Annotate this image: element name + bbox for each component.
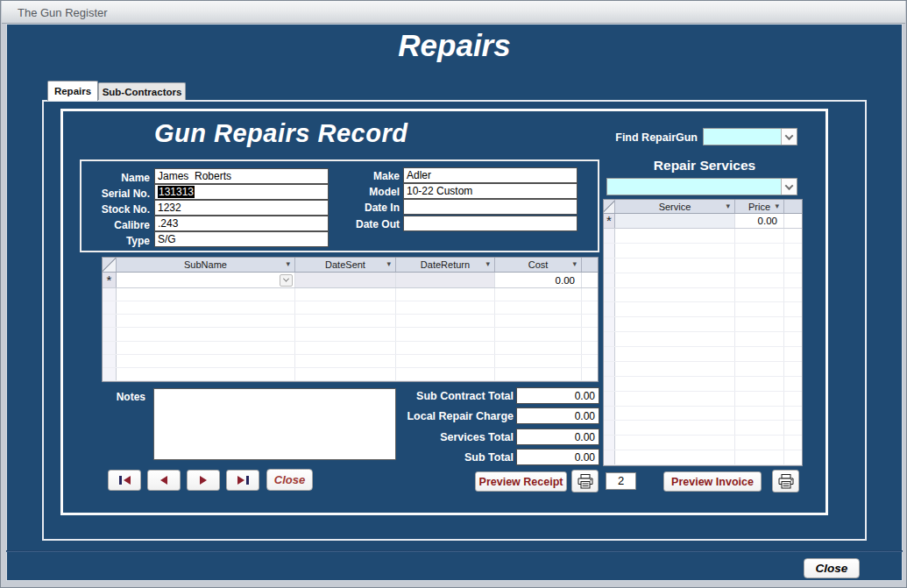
dropdown-button[interactable] <box>781 129 797 145</box>
grid-empty-cell <box>615 377 735 391</box>
grid-empty-cell <box>735 392 784 406</box>
dropdown-button[interactable] <box>781 179 797 195</box>
grid-empty-cell <box>117 342 295 354</box>
new-record-row: * 0.00 <box>604 214 802 229</box>
datereturn-cell[interactable] <box>396 273 495 287</box>
grid-empty-cell <box>604 421 615 435</box>
preview-invoice-button[interactable]: Preview Invoice <box>663 471 762 492</box>
record-close-button[interactable]: Close <box>266 469 313 491</box>
services-total-value: 0.00 <box>516 429 599 445</box>
previous-record-button[interactable] <box>147 470 181 491</box>
repair-services-combo-value[interactable] <box>607 179 781 195</box>
grid-empty-cell <box>615 392 735 406</box>
grid-empty-cell <box>604 450 615 464</box>
select-all-corner[interactable] <box>103 258 117 272</box>
column-dropdown-icon[interactable]: ▾ <box>775 202 779 210</box>
column-dropdown-icon[interactable]: ▾ <box>726 202 730 210</box>
grid-empty-row <box>604 421 802 436</box>
column-header-price[interactable]: Price ▾ <box>735 200 784 213</box>
grid-empty-cell <box>735 407 784 421</box>
type-field[interactable]: S/G <box>154 231 329 247</box>
grid-empty-cell <box>396 355 495 367</box>
grid-empty-cell <box>295 355 396 367</box>
tab-sub-contractors[interactable]: Sub-Contractors <box>98 82 186 101</box>
preview-receipt-button[interactable]: Preview Receipt <box>475 471 567 492</box>
first-record-button[interactable] <box>108 470 141 491</box>
model-field[interactable]: 10-22 Custom <box>403 183 578 199</box>
date-out-field[interactable] <box>403 216 578 231</box>
grid-empty-cell <box>735 288 784 302</box>
next-record-button[interactable] <box>187 470 220 491</box>
grid-empty-cell <box>615 244 735 258</box>
print-receipt-button[interactable] <box>571 470 599 492</box>
column-header-cost[interactable]: Cost ▾ <box>495 258 582 272</box>
column-header-label: Price <box>748 202 770 212</box>
grid-empty-cell <box>117 315 295 327</box>
grid-empty-cell <box>117 328 295 340</box>
column-dropdown-icon[interactable]: ▾ <box>386 259 391 268</box>
grid-empty-cell <box>604 392 615 406</box>
grid-empty-cell <box>735 436 784 450</box>
grid-empty-cell <box>295 368 396 380</box>
form-close-button[interactable]: Close <box>804 558 860 578</box>
grid-empty-row <box>604 317 802 332</box>
print-invoice-button[interactable] <box>772 470 799 492</box>
grid-empty-cell <box>735 259 784 273</box>
repair-services-title: Repair Services <box>606 158 804 174</box>
local-repair-charge-value[interactable]: 0.00 <box>516 407 599 424</box>
grid-empty-cell <box>784 273 802 287</box>
subname-cell[interactable] <box>117 273 295 287</box>
stock-no-field[interactable]: 1232 <box>154 200 329 216</box>
tab-repairs[interactable]: Repairs <box>47 81 98 101</box>
grid-empty-cell <box>604 436 615 450</box>
column-header-service[interactable]: Service ▾ <box>615 200 735 213</box>
column-header-filler <box>582 258 598 272</box>
datesent-cell[interactable] <box>295 273 396 287</box>
grid-header-row: Service ▾ Price ▾ <box>604 200 802 214</box>
grid-empty-cell <box>604 332 615 346</box>
find-repairgun-combobox[interactable] <box>703 128 797 145</box>
grid-empty-row <box>103 301 598 315</box>
cell-dropdown-button[interactable] <box>280 274 293 287</box>
grid-empty-cell <box>784 317 802 331</box>
grid-empty-cell <box>295 342 396 354</box>
column-header-datesent[interactable]: DateSent ▾ <box>295 258 396 272</box>
grid-header-row: SubName ▾ DateSent ▾ DateReturn ▾ Cost ▾ <box>103 258 598 273</box>
grid-empty-cell <box>582 301 598 314</box>
grid-empty-cell <box>615 229 735 243</box>
last-record-icon <box>246 476 249 485</box>
find-repairgun-value[interactable] <box>704 129 781 145</box>
local-repair-charge-label: Local Repair Charge <box>378 410 514 422</box>
column-dropdown-icon[interactable]: ▾ <box>286 259 290 268</box>
calibre-field[interactable]: .243 <box>154 216 329 231</box>
grid-empty-cell <box>117 301 295 314</box>
grid-empty-row <box>604 229 802 244</box>
cost-cell[interactable]: 0.00 <box>495 273 582 287</box>
grid-empty-cell <box>295 301 396 314</box>
repair-services-combobox[interactable] <box>606 178 797 195</box>
grid-empty-cell <box>582 368 598 380</box>
grid-empty-cell <box>735 273 784 287</box>
copies-field[interactable]: 2 <box>606 472 636 490</box>
last-record-button[interactable] <box>226 470 259 491</box>
repair-services-grid: Service ▾ Price ▾ * 0.00 <box>603 199 803 466</box>
service-cell[interactable] <box>615 214 735 228</box>
column-header-datereturn[interactable]: DateReturn ▾ <box>396 258 495 272</box>
new-record-marker[interactable]: * <box>604 214 615 228</box>
date-in-field[interactable] <box>403 199 578 215</box>
title-bar[interactable]: The Gun Register <box>2 1 905 24</box>
new-record-marker[interactable]: * <box>103 273 117 287</box>
notes-field[interactable] <box>153 388 396 460</box>
price-cell[interactable]: 0.00 <box>735 214 784 228</box>
grid-empty-row <box>604 273 802 288</box>
grid-empty-cell <box>735 362 784 376</box>
column-dropdown-icon[interactable]: ▾ <box>572 259 577 268</box>
serial-no-field[interactable]: 131313 <box>154 184 329 200</box>
make-field[interactable]: Adler <box>403 167 578 183</box>
grid-empty-row <box>604 259 802 273</box>
name-field[interactable]: James Roberts <box>154 168 329 184</box>
column-dropdown-icon[interactable]: ▾ <box>485 259 490 268</box>
grid-empty-cell <box>784 244 802 258</box>
column-header-subname[interactable]: SubName ▾ <box>117 258 295 272</box>
select-all-corner[interactable] <box>604 200 615 213</box>
